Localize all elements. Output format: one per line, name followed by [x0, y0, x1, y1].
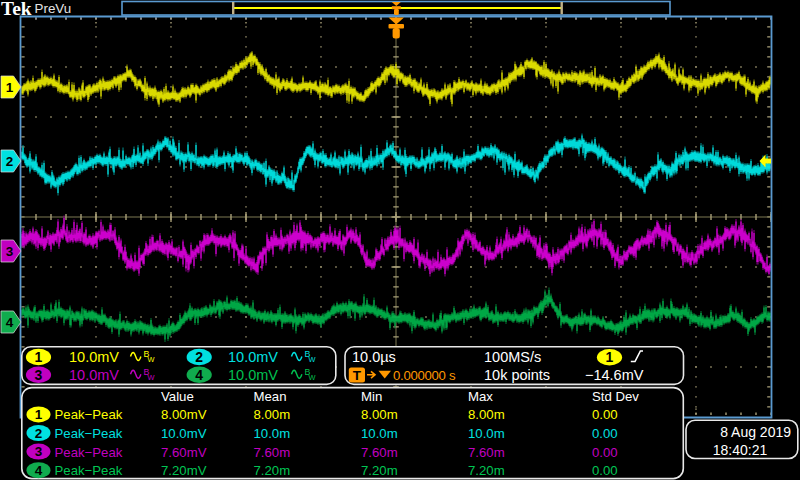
svg-text:10.0mV: 10.0mV — [161, 426, 207, 441]
svg-text:10.0mV: 10.0mV — [228, 367, 278, 383]
svg-text:Tek: Tek — [1, 0, 32, 19]
svg-text:0.00: 0.00 — [592, 445, 618, 460]
svg-text:W: W — [148, 355, 155, 364]
svg-text:8.00m: 8.00m — [468, 407, 505, 422]
svg-text:7.60m: 7.60m — [468, 445, 505, 460]
svg-text:0.00: 0.00 — [592, 407, 618, 422]
svg-text:Mean: Mean — [254, 389, 287, 404]
svg-text:0.00: 0.00 — [592, 463, 618, 478]
svg-text:3: 3 — [35, 444, 43, 459]
svg-text:10.0mV: 10.0mV — [69, 349, 119, 365]
svg-text:10.0m: 10.0m — [361, 426, 398, 441]
svg-text:10.0µs: 10.0µs — [352, 349, 396, 365]
svg-text:−14.6mV: −14.6mV — [585, 367, 644, 383]
svg-text:3: 3 — [6, 244, 14, 259]
svg-text:7.60m: 7.60m — [361, 445, 398, 460]
svg-text:10.0m: 10.0m — [254, 426, 291, 441]
svg-text:Peak−Peak: Peak−Peak — [55, 426, 123, 441]
svg-text:1: 1 — [606, 349, 614, 365]
svg-text:3: 3 — [35, 367, 43, 383]
svg-text:Peak−Peak: Peak−Peak — [55, 407, 123, 422]
svg-text:7.20mV: 7.20mV — [161, 463, 207, 478]
svg-text:1: 1 — [6, 80, 14, 95]
svg-text:7.20m: 7.20m — [468, 463, 505, 478]
svg-text:2: 2 — [195, 349, 203, 365]
svg-text:4: 4 — [6, 315, 14, 330]
svg-text:T: T — [353, 368, 362, 383]
svg-text:2: 2 — [6, 154, 14, 169]
svg-text:Std Dev: Std Dev — [592, 389, 639, 404]
svg-text:8.00m: 8.00m — [254, 407, 291, 422]
svg-text:10.0mV: 10.0mV — [69, 367, 119, 383]
svg-text:7.60mV: 7.60mV — [161, 445, 207, 460]
svg-text:7.20m: 7.20m — [361, 463, 398, 478]
svg-text:Peak−Peak: Peak−Peak — [55, 463, 123, 478]
svg-text:PreVu: PreVu — [35, 1, 72, 16]
svg-text:2: 2 — [35, 426, 43, 441]
svg-text:Peak−Peak: Peak−Peak — [55, 445, 123, 460]
svg-text:1: 1 — [35, 407, 43, 422]
svg-text:10k points: 10k points — [484, 367, 550, 383]
svg-text:4: 4 — [35, 463, 43, 478]
svg-text:Max: Max — [468, 389, 493, 404]
svg-text:W: W — [148, 373, 155, 382]
svg-text:Value: Value — [161, 389, 194, 404]
svg-text:10.0m: 10.0m — [468, 426, 505, 441]
svg-text:4: 4 — [195, 367, 203, 383]
svg-text:100MS/s: 100MS/s — [484, 349, 541, 365]
svg-text:7.60m: 7.60m — [254, 445, 291, 460]
svg-text:7.20m: 7.20m — [254, 463, 291, 478]
svg-text:1: 1 — [35, 349, 43, 365]
svg-text:0.000000 s: 0.000000 s — [393, 368, 456, 383]
svg-text:10.0mV: 10.0mV — [228, 349, 278, 365]
svg-text:8.00m: 8.00m — [361, 407, 398, 422]
svg-text:W: W — [309, 355, 316, 364]
svg-text:8 Aug 2019: 8 Aug 2019 — [720, 424, 791, 440]
svg-text:Min: Min — [361, 389, 382, 404]
svg-text:8.00mV: 8.00mV — [161, 407, 207, 422]
svg-text:W: W — [309, 373, 316, 382]
svg-text:0.00: 0.00 — [592, 426, 618, 441]
svg-text:18:40:21: 18:40:21 — [713, 442, 768, 458]
